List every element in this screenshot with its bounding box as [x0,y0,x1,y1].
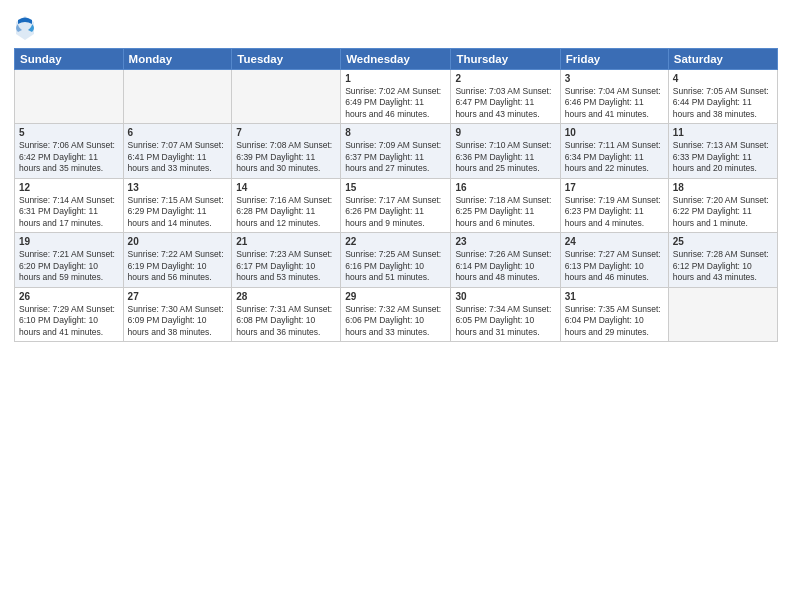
day-detail: Sunrise: 7:32 AM Sunset: 6:06 PM Dayligh… [345,304,446,338]
day-detail: Sunrise: 7:04 AM Sunset: 6:46 PM Dayligh… [565,86,664,120]
calendar-cell: 4Sunrise: 7:05 AM Sunset: 6:44 PM Daylig… [668,70,777,124]
page-container: SundayMondayTuesdayWednesdayThursdayFrid… [0,0,792,350]
week-row-4: 19Sunrise: 7:21 AM Sunset: 6:20 PM Dayli… [15,233,778,287]
day-number: 2 [455,73,555,84]
day-detail: Sunrise: 7:13 AM Sunset: 6:33 PM Dayligh… [673,140,773,174]
calendar-cell: 15Sunrise: 7:17 AM Sunset: 6:26 PM Dayli… [341,178,451,232]
day-number: 7 [236,127,336,138]
calendar-cell [668,287,777,341]
day-detail: Sunrise: 7:09 AM Sunset: 6:37 PM Dayligh… [345,140,446,174]
calendar-cell: 20Sunrise: 7:22 AM Sunset: 6:19 PM Dayli… [123,233,232,287]
day-detail: Sunrise: 7:22 AM Sunset: 6:19 PM Dayligh… [128,249,228,283]
calendar-cell: 8Sunrise: 7:09 AM Sunset: 6:37 PM Daylig… [341,124,451,178]
calendar-cell: 10Sunrise: 7:11 AM Sunset: 6:34 PM Dayli… [560,124,668,178]
calendar-cell: 3Sunrise: 7:04 AM Sunset: 6:46 PM Daylig… [560,70,668,124]
day-number: 29 [345,291,446,302]
calendar-cell: 19Sunrise: 7:21 AM Sunset: 6:20 PM Dayli… [15,233,124,287]
day-detail: Sunrise: 7:05 AM Sunset: 6:44 PM Dayligh… [673,86,773,120]
calendar-cell [15,70,124,124]
day-number: 23 [455,236,555,247]
weekday-header-monday: Monday [123,49,232,70]
day-detail: Sunrise: 7:15 AM Sunset: 6:29 PM Dayligh… [128,195,228,229]
day-number: 1 [345,73,446,84]
day-number: 28 [236,291,336,302]
calendar-cell: 23Sunrise: 7:26 AM Sunset: 6:14 PM Dayli… [451,233,560,287]
calendar-cell: 27Sunrise: 7:30 AM Sunset: 6:09 PM Dayli… [123,287,232,341]
day-number: 8 [345,127,446,138]
header [14,10,778,42]
calendar-cell: 24Sunrise: 7:27 AM Sunset: 6:13 PM Dayli… [560,233,668,287]
calendar-cell: 25Sunrise: 7:28 AM Sunset: 6:12 PM Dayli… [668,233,777,287]
week-row-1: 1Sunrise: 7:02 AM Sunset: 6:49 PM Daylig… [15,70,778,124]
day-detail: Sunrise: 7:20 AM Sunset: 6:22 PM Dayligh… [673,195,773,229]
calendar-cell: 14Sunrise: 7:16 AM Sunset: 6:28 PM Dayli… [232,178,341,232]
day-number: 25 [673,236,773,247]
calendar-cell: 13Sunrise: 7:15 AM Sunset: 6:29 PM Dayli… [123,178,232,232]
day-number: 10 [565,127,664,138]
day-detail: Sunrise: 7:23 AM Sunset: 6:17 PM Dayligh… [236,249,336,283]
calendar-cell: 28Sunrise: 7:31 AM Sunset: 6:08 PM Dayli… [232,287,341,341]
calendar-cell: 18Sunrise: 7:20 AM Sunset: 6:22 PM Dayli… [668,178,777,232]
weekday-header-friday: Friday [560,49,668,70]
day-detail: Sunrise: 7:30 AM Sunset: 6:09 PM Dayligh… [128,304,228,338]
day-detail: Sunrise: 7:26 AM Sunset: 6:14 PM Dayligh… [455,249,555,283]
day-detail: Sunrise: 7:08 AM Sunset: 6:39 PM Dayligh… [236,140,336,174]
day-number: 15 [345,182,446,193]
calendar-cell: 30Sunrise: 7:34 AM Sunset: 6:05 PM Dayli… [451,287,560,341]
day-detail: Sunrise: 7:17 AM Sunset: 6:26 PM Dayligh… [345,195,446,229]
day-number: 16 [455,182,555,193]
day-number: 4 [673,73,773,84]
day-number: 24 [565,236,664,247]
calendar-cell [232,70,341,124]
week-row-5: 26Sunrise: 7:29 AM Sunset: 6:10 PM Dayli… [15,287,778,341]
calendar-cell: 26Sunrise: 7:29 AM Sunset: 6:10 PM Dayli… [15,287,124,341]
day-number: 12 [19,182,119,193]
weekday-header-saturday: Saturday [668,49,777,70]
day-number: 27 [128,291,228,302]
day-number: 20 [128,236,228,247]
calendar-cell: 6Sunrise: 7:07 AM Sunset: 6:41 PM Daylig… [123,124,232,178]
weekday-header-sunday: Sunday [15,49,124,70]
day-number: 22 [345,236,446,247]
day-detail: Sunrise: 7:21 AM Sunset: 6:20 PM Dayligh… [19,249,119,283]
day-detail: Sunrise: 7:02 AM Sunset: 6:49 PM Dayligh… [345,86,446,120]
calendar-cell: 22Sunrise: 7:25 AM Sunset: 6:16 PM Dayli… [341,233,451,287]
day-number: 26 [19,291,119,302]
day-detail: Sunrise: 7:16 AM Sunset: 6:28 PM Dayligh… [236,195,336,229]
day-detail: Sunrise: 7:29 AM Sunset: 6:10 PM Dayligh… [19,304,119,338]
day-detail: Sunrise: 7:06 AM Sunset: 6:42 PM Dayligh… [19,140,119,174]
day-number: 11 [673,127,773,138]
week-row-2: 5Sunrise: 7:06 AM Sunset: 6:42 PM Daylig… [15,124,778,178]
day-detail: Sunrise: 7:10 AM Sunset: 6:36 PM Dayligh… [455,140,555,174]
calendar-cell: 2Sunrise: 7:03 AM Sunset: 6:47 PM Daylig… [451,70,560,124]
day-number: 19 [19,236,119,247]
weekday-header-tuesday: Tuesday [232,49,341,70]
day-number: 3 [565,73,664,84]
weekday-header-thursday: Thursday [451,49,560,70]
day-detail: Sunrise: 7:07 AM Sunset: 6:41 PM Dayligh… [128,140,228,174]
day-number: 21 [236,236,336,247]
calendar-cell [123,70,232,124]
weekday-header-row: SundayMondayTuesdayWednesdayThursdayFrid… [15,49,778,70]
day-number: 18 [673,182,773,193]
calendar-cell: 21Sunrise: 7:23 AM Sunset: 6:17 PM Dayli… [232,233,341,287]
week-row-3: 12Sunrise: 7:14 AM Sunset: 6:31 PM Dayli… [15,178,778,232]
day-number: 9 [455,127,555,138]
day-number: 6 [128,127,228,138]
weekday-header-wednesday: Wednesday [341,49,451,70]
calendar-table: SundayMondayTuesdayWednesdayThursdayFrid… [14,48,778,342]
day-detail: Sunrise: 7:11 AM Sunset: 6:34 PM Dayligh… [565,140,664,174]
day-number: 31 [565,291,664,302]
calendar-cell: 5Sunrise: 7:06 AM Sunset: 6:42 PM Daylig… [15,124,124,178]
day-detail: Sunrise: 7:19 AM Sunset: 6:23 PM Dayligh… [565,195,664,229]
day-number: 5 [19,127,119,138]
calendar-cell: 31Sunrise: 7:35 AM Sunset: 6:04 PM Dayli… [560,287,668,341]
logo-icon [14,14,36,42]
day-detail: Sunrise: 7:14 AM Sunset: 6:31 PM Dayligh… [19,195,119,229]
day-number: 14 [236,182,336,193]
day-detail: Sunrise: 7:35 AM Sunset: 6:04 PM Dayligh… [565,304,664,338]
day-detail: Sunrise: 7:34 AM Sunset: 6:05 PM Dayligh… [455,304,555,338]
calendar-cell: 9Sunrise: 7:10 AM Sunset: 6:36 PM Daylig… [451,124,560,178]
day-detail: Sunrise: 7:27 AM Sunset: 6:13 PM Dayligh… [565,249,664,283]
calendar-cell: 11Sunrise: 7:13 AM Sunset: 6:33 PM Dayli… [668,124,777,178]
